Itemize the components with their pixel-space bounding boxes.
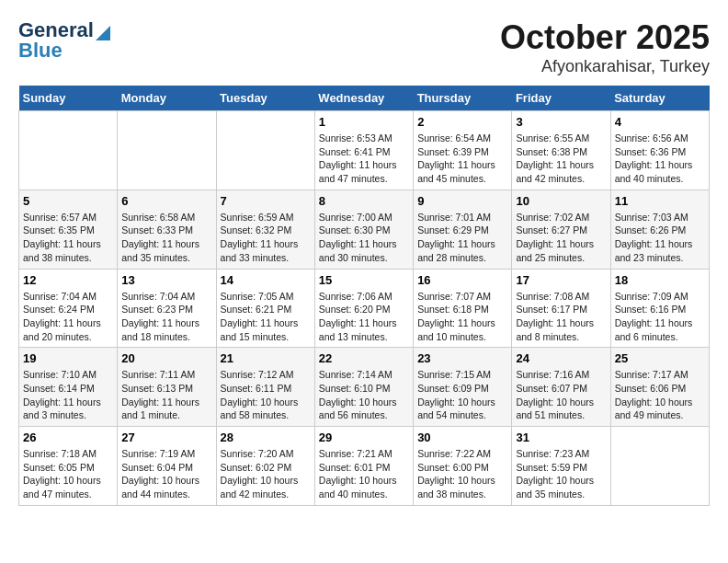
day-number: 27 [121, 431, 211, 444]
calendar-header-thursday: Thursday [414, 86, 512, 111]
day-number: 18 [615, 273, 705, 287]
month-title: October 2025 [500, 18, 710, 57]
calendar-cell: 27Sunrise: 7:19 AM Sunset: 6:04 PM Dayli… [118, 427, 216, 506]
calendar-cell: 31Sunrise: 7:23 AM Sunset: 5:59 PM Dayli… [512, 427, 610, 506]
day-info: Sunrise: 7:17 AM Sunset: 6:06 PM Dayligh… [615, 368, 705, 422]
day-number: 11 [615, 194, 705, 208]
calendar-cell: 1Sunrise: 6:53 AM Sunset: 6:41 PM Daylig… [314, 111, 413, 190]
day-info: Sunrise: 7:23 AM Sunset: 5:59 PM Dayligh… [516, 447, 606, 501]
location-title: Afyonkarahisar, Turkey [500, 57, 710, 76]
day-number: 14 [221, 273, 311, 287]
calendar-cell: 14Sunrise: 7:05 AM Sunset: 6:21 PM Dayli… [216, 269, 314, 348]
calendar-header-wednesday: Wednesday [314, 86, 413, 111]
calendar-cell [118, 111, 216, 190]
day-info: Sunrise: 7:21 AM Sunset: 6:01 PM Dayligh… [319, 447, 409, 501]
day-info: Sunrise: 7:04 AM Sunset: 6:23 PM Dayligh… [121, 290, 211, 344]
calendar-cell: 17Sunrise: 7:08 AM Sunset: 6:17 PM Dayli… [512, 269, 610, 348]
calendar-cell: 26Sunrise: 7:18 AM Sunset: 6:05 PM Dayli… [19, 427, 118, 506]
calendar-cell: 11Sunrise: 7:03 AM Sunset: 6:26 PM Dayli… [610, 190, 709, 269]
calendar-week-row: 5Sunrise: 6:57 AM Sunset: 6:35 PM Daylig… [19, 190, 710, 269]
calendar-cell: 5Sunrise: 6:57 AM Sunset: 6:35 PM Daylig… [19, 190, 118, 269]
day-number: 22 [319, 351, 409, 365]
day-number: 4 [615, 115, 705, 129]
day-number: 25 [615, 351, 705, 365]
calendar-cell: 20Sunrise: 7:11 AM Sunset: 6:13 PM Dayli… [118, 348, 216, 427]
calendar-week-row: 12Sunrise: 7:04 AM Sunset: 6:24 PM Dayli… [19, 269, 710, 348]
calendar-cell: 25Sunrise: 7:17 AM Sunset: 6:06 PM Dayli… [610, 348, 709, 427]
calendar-table: SundayMondayTuesdayWednesdayThursdayFrid… [18, 86, 710, 506]
calendar-cell: 2Sunrise: 6:54 AM Sunset: 6:39 PM Daylig… [414, 111, 512, 190]
day-number: 9 [417, 194, 507, 208]
calendar-cell: 10Sunrise: 7:02 AM Sunset: 6:27 PM Dayli… [512, 190, 610, 269]
day-info: Sunrise: 7:12 AM Sunset: 6:11 PM Dayligh… [221, 368, 311, 422]
day-number: 21 [221, 351, 311, 365]
calendar-cell: 19Sunrise: 7:10 AM Sunset: 6:14 PM Dayli… [19, 348, 118, 427]
day-info: Sunrise: 7:19 AM Sunset: 6:04 PM Dayligh… [121, 447, 211, 501]
day-info: Sunrise: 6:56 AM Sunset: 6:36 PM Dayligh… [615, 132, 705, 186]
calendar-cell: 3Sunrise: 6:55 AM Sunset: 6:38 PM Daylig… [512, 111, 610, 190]
calendar-cell: 30Sunrise: 7:22 AM Sunset: 6:00 PM Dayli… [414, 427, 512, 506]
calendar-cell: 18Sunrise: 7:09 AM Sunset: 6:16 PM Dayli… [610, 269, 709, 348]
day-info: Sunrise: 7:09 AM Sunset: 6:16 PM Dayligh… [615, 290, 705, 344]
day-number: 1 [319, 115, 409, 129]
calendar-cell: 23Sunrise: 7:15 AM Sunset: 6:09 PM Dayli… [414, 348, 512, 427]
day-info: Sunrise: 7:14 AM Sunset: 6:10 PM Dayligh… [319, 368, 409, 422]
calendar-header-friday: Friday [512, 86, 610, 111]
day-number: 16 [417, 273, 507, 287]
calendar-cell: 9Sunrise: 7:01 AM Sunset: 6:29 PM Daylig… [414, 190, 512, 269]
day-number: 13 [121, 273, 211, 287]
day-info: Sunrise: 6:59 AM Sunset: 6:32 PM Dayligh… [221, 211, 311, 265]
calendar-cell: 6Sunrise: 6:58 AM Sunset: 6:33 PM Daylig… [118, 190, 216, 269]
day-info: Sunrise: 6:58 AM Sunset: 6:33 PM Dayligh… [121, 211, 211, 265]
day-number: 8 [319, 194, 409, 208]
calendar-cell: 7Sunrise: 6:59 AM Sunset: 6:32 PM Daylig… [216, 190, 314, 269]
day-info: Sunrise: 7:05 AM Sunset: 6:21 PM Dayligh… [221, 290, 311, 344]
calendar-week-row: 26Sunrise: 7:18 AM Sunset: 6:05 PM Dayli… [19, 427, 710, 506]
day-info: Sunrise: 6:55 AM Sunset: 6:38 PM Dayligh… [516, 132, 606, 186]
day-number: 7 [221, 194, 311, 208]
calendar-header-monday: Monday [118, 86, 216, 111]
calendar-cell: 15Sunrise: 7:06 AM Sunset: 6:20 PM Dayli… [314, 269, 413, 348]
calendar-cell [216, 111, 314, 190]
day-info: Sunrise: 7:00 AM Sunset: 6:30 PM Dayligh… [319, 211, 409, 265]
calendar-header-saturday: Saturday [610, 86, 709, 111]
calendar-cell: 22Sunrise: 7:14 AM Sunset: 6:10 PM Dayli… [314, 348, 413, 427]
day-number: 12 [23, 273, 113, 287]
day-info: Sunrise: 7:08 AM Sunset: 6:17 PM Dayligh… [516, 290, 606, 344]
calendar-week-row: 19Sunrise: 7:10 AM Sunset: 6:14 PM Dayli… [19, 348, 710, 427]
day-info: Sunrise: 7:11 AM Sunset: 6:13 PM Dayligh… [121, 368, 211, 422]
day-number: 17 [516, 273, 606, 287]
day-info: Sunrise: 7:01 AM Sunset: 6:29 PM Dayligh… [417, 211, 507, 265]
day-info: Sunrise: 7:22 AM Sunset: 6:00 PM Dayligh… [417, 447, 507, 501]
day-number: 6 [121, 194, 211, 208]
calendar-cell: 21Sunrise: 7:12 AM Sunset: 6:11 PM Dayli… [216, 348, 314, 427]
day-info: Sunrise: 7:02 AM Sunset: 6:27 PM Dayligh… [516, 211, 606, 265]
day-info: Sunrise: 7:18 AM Sunset: 6:05 PM Dayligh… [23, 447, 113, 501]
day-number: 26 [23, 431, 113, 444]
day-number: 15 [319, 273, 409, 287]
calendar-cell: 29Sunrise: 7:21 AM Sunset: 6:01 PM Dayli… [314, 427, 413, 506]
day-info: Sunrise: 6:53 AM Sunset: 6:41 PM Dayligh… [319, 132, 409, 186]
calendar-cell [610, 427, 709, 506]
day-number: 20 [121, 351, 211, 365]
day-info: Sunrise: 6:54 AM Sunset: 6:39 PM Dayligh… [417, 132, 507, 186]
day-number: 3 [516, 115, 606, 129]
calendar-cell: 28Sunrise: 7:20 AM Sunset: 6:02 PM Dayli… [216, 427, 314, 506]
calendar-cell: 8Sunrise: 7:00 AM Sunset: 6:30 PM Daylig… [314, 190, 413, 269]
day-number: 19 [23, 351, 113, 365]
day-number: 30 [417, 431, 507, 444]
day-number: 24 [516, 351, 606, 365]
calendar-header-sunday: Sunday [19, 86, 118, 111]
logo: General Blue [18, 18, 110, 63]
day-number: 5 [23, 194, 113, 208]
day-number: 28 [221, 431, 311, 444]
page-header: General Blue October 2025 Afyonkarahisar… [18, 18, 710, 76]
day-info: Sunrise: 7:03 AM Sunset: 6:26 PM Dayligh… [615, 211, 705, 265]
day-number: 31 [516, 431, 606, 444]
calendar-cell: 24Sunrise: 7:16 AM Sunset: 6:07 PM Dayli… [512, 348, 610, 427]
day-number: 23 [417, 351, 507, 365]
logo-blue: Blue [18, 39, 63, 63]
calendar-header-tuesday: Tuesday [216, 86, 314, 111]
day-info: Sunrise: 7:16 AM Sunset: 6:07 PM Dayligh… [516, 368, 606, 422]
day-info: Sunrise: 7:20 AM Sunset: 6:02 PM Dayligh… [221, 447, 311, 501]
